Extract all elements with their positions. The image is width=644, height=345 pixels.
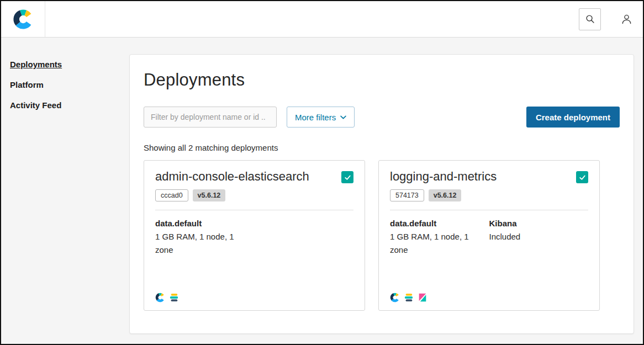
create-deployment-button[interactable]: Create deployment [526, 107, 620, 128]
deployment-cards: admin-console-elasticsearch cccad0 v5.6.… [144, 160, 620, 311]
results-summary: Showing all 2 matching deployments [144, 143, 620, 152]
page: Deployments Platform Activity Feed Deplo… [1, 1, 643, 344]
check-icon [344, 173, 352, 182]
home-logo-link[interactable] [1, 1, 45, 37]
instance-spec-line: 1 GB RAM, 1 node, 1 [390, 230, 489, 243]
instance-spec-line: 1 GB RAM, 1 node, 1 [155, 230, 255, 243]
more-filters-label: More filters [295, 113, 336, 122]
card-divider [390, 210, 588, 210]
topbar [1, 1, 643, 38]
kibana-section: Kibana Included [489, 217, 589, 257]
user-icon [621, 13, 632, 25]
badge-row: cccad0 v5.6.12 [155, 189, 353, 201]
deployment-checkbox[interactable] [341, 171, 353, 183]
deployment-id-badge: 574173 [390, 189, 424, 201]
sidebar: Deployments Platform Activity Feed [1, 38, 129, 344]
check-icon [578, 173, 587, 182]
elasticsearch-icon [169, 293, 179, 302]
badge-row: 574173 v5.6.12 [390, 189, 588, 201]
more-filters-button[interactable]: More filters [287, 107, 355, 128]
sidebar-item-platform[interactable]: Platform [10, 80, 44, 89]
instance-name: data.default [390, 217, 489, 230]
filter-row: More filters Create deployment [144, 107, 620, 128]
search-icon [585, 14, 595, 24]
card-sections: data.default 1 GB RAM, 1 node, 1 zone [155, 217, 353, 257]
page-title: Deployments [144, 70, 620, 90]
instance-name: data.default [155, 217, 255, 230]
kibana-name: Kibana [489, 217, 589, 230]
deployment-checkbox[interactable] [576, 171, 588, 183]
deployment-card[interactable]: admin-console-elasticsearch cccad0 v5.6.… [144, 160, 365, 311]
chevron-down-icon [340, 115, 346, 119]
content-area: Deployments Platform Activity Feed Deplo… [1, 38, 643, 344]
deployment-title[interactable]: logging-and-metrics [390, 169, 497, 184]
deployments-panel: Deployments More filters Create deployme… [129, 54, 634, 334]
search-button[interactable] [579, 8, 601, 30]
deployment-title[interactable]: admin-console-elasticsearch [155, 169, 309, 184]
deployment-card[interactable]: logging-and-metrics 574173 v5.6.12 [378, 160, 600, 311]
card-sections: data.default 1 GB RAM, 1 node, 1 zone Ki… [390, 217, 588, 257]
deployment-id-badge: cccad0 [155, 189, 188, 201]
version-badge: v5.6.12 [193, 189, 226, 201]
product-icons [155, 293, 353, 302]
version-badge: v5.6.12 [429, 189, 462, 201]
instance-section: data.default 1 GB RAM, 1 node, 1 zone [390, 217, 489, 257]
user-menu-button[interactable] [616, 9, 636, 29]
product-icons [390, 293, 588, 302]
elastic-cloud-logo [13, 9, 34, 30]
instance-spec-line: zone [155, 243, 255, 257]
card-header: admin-console-elasticsearch [155, 169, 353, 184]
deployment-filter-input[interactable] [144, 107, 277, 128]
elastic-cloud-icon [155, 293, 165, 302]
card-divider [155, 210, 353, 210]
sidebar-item-activity-feed[interactable]: Activity Feed [10, 100, 61, 110]
elasticsearch-icon [404, 293, 414, 302]
elastic-cloud-icon [390, 293, 400, 302]
instance-spec-line: zone [390, 243, 489, 257]
instance-section: data.default 1 GB RAM, 1 node, 1 zone [155, 217, 255, 257]
kibana-icon [418, 293, 427, 302]
sidebar-item-deployments[interactable]: Deployments [10, 60, 62, 69]
card-header: logging-and-metrics [390, 169, 588, 184]
kibana-status-line: Included [489, 230, 589, 243]
